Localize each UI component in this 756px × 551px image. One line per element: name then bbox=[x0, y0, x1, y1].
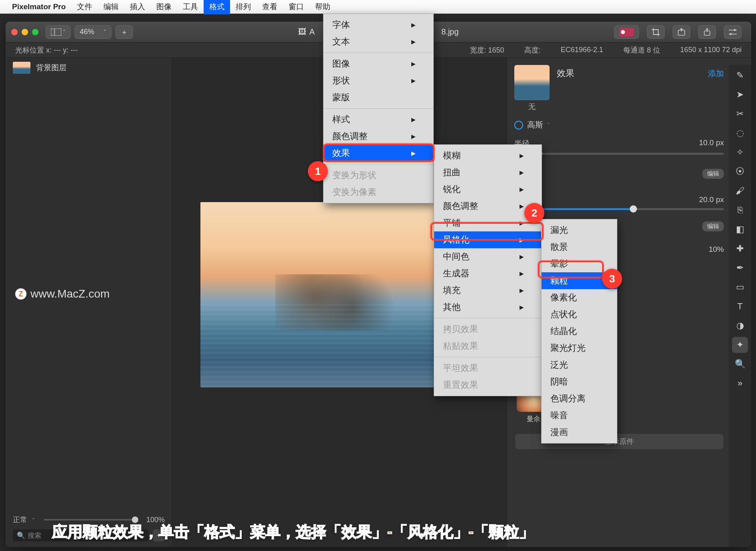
layer-name: 背景图层 bbox=[36, 63, 67, 73]
menu-item-image[interactable]: 图像▶ bbox=[323, 55, 433, 72]
add-button[interactable]: ＋ bbox=[115, 25, 133, 39]
effect-gaussian-row[interactable]: 高斯 ˅ bbox=[514, 120, 724, 130]
menu-window[interactable]: 窗口 bbox=[283, 0, 309, 14]
menu-image[interactable]: 图像 bbox=[151, 0, 177, 14]
stylize-item[interactable]: 色调分离 bbox=[542, 390, 617, 407]
add-effect-button[interactable]: 添加 bbox=[708, 68, 724, 79]
dropper-tool-icon[interactable]: ⦿ bbox=[732, 164, 748, 180]
search-icon: 🔍 bbox=[17, 531, 25, 540]
crop-button[interactable] bbox=[647, 25, 665, 39]
stylize-item[interactable]: 泛光 bbox=[542, 357, 617, 373]
edit-button[interactable]: 编辑 bbox=[702, 169, 724, 179]
pen-tool-icon[interactable]: ✒ bbox=[732, 260, 748, 276]
submenu-arrow-icon: ▶ bbox=[411, 133, 416, 140]
shape-tool-icon[interactable]: ▭ bbox=[732, 279, 748, 295]
arrow-tool-icon[interactable]: ➤ bbox=[732, 87, 748, 103]
text-tool-icon[interactable]: T bbox=[732, 298, 748, 314]
menu-insert[interactable]: 插入 bbox=[124, 0, 151, 14]
tutorial-caption: 应用颗粒效果，单击「格式」菜单，选择「效果」-「风格化」-「颗粒」 bbox=[52, 522, 534, 542]
menu-item-styles[interactable]: 样式▶ bbox=[323, 111, 433, 128]
param-slider[interactable] bbox=[514, 208, 724, 210]
layer-row[interactable]: 背景图层 bbox=[6, 58, 172, 78]
submenu-item-fill[interactable]: 填充▶ bbox=[434, 282, 542, 299]
menu-help[interactable]: 帮助 bbox=[309, 0, 336, 14]
stylize-item[interactable]: 聚光灯光 bbox=[542, 340, 617, 357]
adjustments-button[interactable] bbox=[724, 25, 742, 39]
menu-view[interactable]: 查看 bbox=[257, 0, 283, 14]
submenu-item-copy-effects: 拷贝效果 bbox=[434, 321, 542, 338]
stylize-item[interactable]: 点状化 bbox=[542, 306, 617, 323]
stylize-item[interactable]: 像素化 bbox=[542, 289, 617, 306]
radius-slider[interactable] bbox=[514, 153, 724, 155]
annotation-badge-1: 1 bbox=[308, 161, 328, 181]
preset-label: 曼余 bbox=[527, 414, 540, 423]
annotation-highlight-2 bbox=[431, 222, 544, 241]
format-menu: 字体▶ 文本▶ 图像▶ 形状▶ 蒙版 样式▶ 颜色调整▶ 效果▶ 变换为形状 变… bbox=[323, 14, 434, 203]
opacity-slider[interactable] bbox=[44, 519, 138, 521]
submenu-item-halftone[interactable]: 中间色▶ bbox=[434, 248, 542, 265]
fullscreen-icon[interactable] bbox=[32, 29, 38, 35]
annotation-badge-2: 2 bbox=[524, 203, 544, 223]
color-tool-icon[interactable]: ◑ bbox=[732, 318, 748, 334]
more-tool-icon[interactable]: » bbox=[732, 375, 748, 391]
submenu-arrow-icon: ▶ bbox=[411, 38, 416, 45]
minimize-icon[interactable] bbox=[22, 29, 28, 35]
edit-button-2[interactable]: 编辑 bbox=[702, 221, 724, 231]
stylize-item[interactable]: 噪音 bbox=[542, 407, 617, 424]
stylize-item[interactable]: 漫画 bbox=[542, 424, 617, 441]
close-icon[interactable] bbox=[11, 29, 18, 35]
submenu-item-sharpen[interactable]: 锐化▶ bbox=[434, 181, 542, 198]
submenu-item-distort[interactable]: 扭曲▶ bbox=[434, 164, 542, 181]
effects-tool-icon[interactable]: ✦ bbox=[732, 337, 748, 353]
menu-edit[interactable]: 编辑 bbox=[98, 0, 124, 14]
brush-tool-icon[interactable]: ✎ bbox=[732, 67, 748, 83]
stylize-item[interactable]: 散景 bbox=[542, 239, 617, 255]
sidebar-toggle-button[interactable]: ˅ bbox=[46, 25, 71, 39]
menu-file[interactable]: 文件 bbox=[71, 0, 98, 14]
menu-item-color-adjust[interactable]: 颜色调整▶ bbox=[323, 128, 433, 145]
submenu-arrow-icon: ▶ bbox=[411, 22, 416, 28]
submenu-item-flatten-effects: 平坦效果 bbox=[434, 360, 542, 377]
canvas-width: 宽度: 1650 bbox=[470, 45, 504, 55]
stylize-item[interactable]: 结晶化 bbox=[542, 323, 617, 340]
submenu-item-blur[interactable]: 模糊▶ bbox=[434, 147, 542, 164]
export-button[interactable] bbox=[673, 25, 690, 39]
search-tool-icon[interactable]: 🔍 bbox=[732, 356, 748, 372]
image-type-icon: 🖼 bbox=[298, 27, 306, 36]
stylize-item[interactable]: 阴暗 bbox=[542, 373, 617, 390]
crop-tool-icon[interactable]: ✂ bbox=[732, 106, 748, 122]
blend-mode-dropdown[interactable]: 正常 bbox=[13, 515, 27, 525]
annotation-highlight-3 bbox=[538, 261, 604, 278]
stylize-submenu: 漏光 散景 晕影 颗粒 像素化 点状化 结晶化 聚光灯光 泛光 阴暗 色调分离 … bbox=[541, 219, 617, 444]
cursor-position: 光标位置 x: --- y: --- bbox=[15, 45, 78, 55]
heal-tool-icon[interactable]: ✚ bbox=[732, 241, 748, 257]
effects-submenu: 模糊▶ 扭曲▶ 锐化▶ 颜色调整▶ 平铺▶ 风格化▶ 中间色▶ 生成器▶ 填充▶… bbox=[434, 144, 542, 396]
svg-point-7 bbox=[730, 33, 732, 35]
ml-enhance-button[interactable] bbox=[614, 25, 639, 39]
eraser-tool-icon[interactable]: ◧ bbox=[732, 221, 748, 237]
effect-enable-toggle[interactable] bbox=[514, 121, 523, 130]
submenu-item-generator[interactable]: 生成器▶ bbox=[434, 265, 542, 282]
menu-item-font[interactable]: 字体▶ bbox=[323, 16, 433, 33]
zoom-dropdown[interactable]: 46%˅ bbox=[75, 25, 111, 39]
layer-thumbnail bbox=[13, 62, 30, 74]
stylize-item[interactable]: 漏光 bbox=[542, 222, 617, 239]
paint-tool-icon[interactable]: 🖌 bbox=[732, 183, 748, 199]
watermark-icon: Z bbox=[15, 288, 26, 300]
submenu-arrow-icon: ▶ bbox=[411, 77, 416, 84]
annotation-badge-3: 3 bbox=[602, 269, 622, 289]
menu-item-mask[interactable]: 蒙版 bbox=[323, 89, 433, 106]
wand-tool-icon[interactable]: ✧ bbox=[732, 144, 748, 160]
menu-format[interactable]: 格式 bbox=[204, 0, 230, 14]
menu-tools[interactable]: 工具 bbox=[177, 0, 204, 14]
image-dimensions: 1650 x 1100 72 dpi bbox=[680, 46, 742, 54]
menu-item-shape[interactable]: 形状▶ bbox=[323, 72, 433, 89]
color-profile: EC61966-2.1 bbox=[561, 46, 603, 54]
clone-tool-icon[interactable]: ⎘ bbox=[732, 202, 748, 218]
lasso-tool-icon[interactable]: ◌ bbox=[732, 125, 748, 141]
submenu-arrow-icon: ▶ bbox=[411, 61, 416, 67]
submenu-item-other[interactable]: 其他▶ bbox=[434, 299, 542, 316]
share-button[interactable] bbox=[698, 25, 716, 39]
menu-item-text[interactable]: 文本▶ bbox=[323, 33, 433, 50]
menu-arrange[interactable]: 排列 bbox=[230, 0, 257, 14]
